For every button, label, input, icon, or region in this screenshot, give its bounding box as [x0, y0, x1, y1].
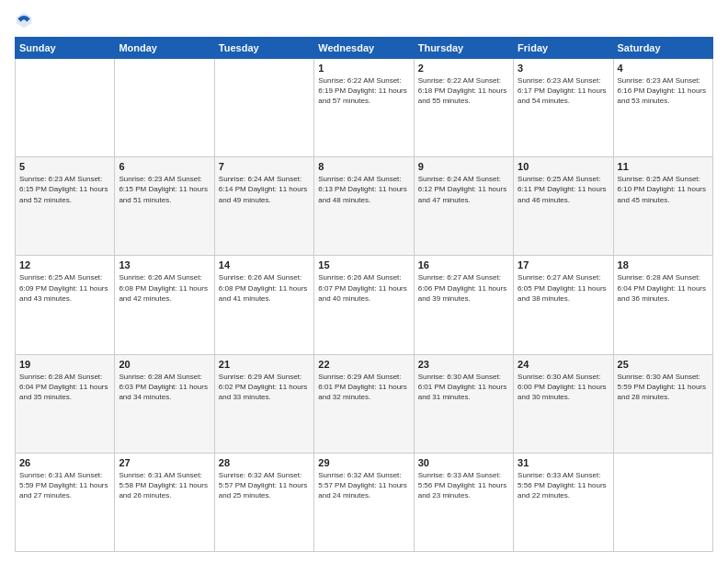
day-number: 23 [418, 359, 509, 370]
day-cell: 19Sunrise: 6:28 AM Sunset: 6:04 PM Dayli… [16, 354, 115, 453]
day-cell: 1Sunrise: 6:22 AM Sunset: 6:19 PM Daylig… [314, 59, 414, 157]
day-cell: 16Sunrise: 6:27 AM Sunset: 6:06 PM Dayli… [414, 256, 513, 354]
week-row-3: 19Sunrise: 6:28 AM Sunset: 6:04 PM Dayli… [16, 354, 713, 453]
week-row-0: 1Sunrise: 6:22 AM Sunset: 6:19 PM Daylig… [16, 59, 713, 157]
day-number: 18 [618, 259, 709, 270]
day-cell: 26Sunrise: 6:31 AM Sunset: 5:59 PM Dayli… [16, 453, 115, 551]
day-number: 19 [19, 359, 110, 370]
header-row: SundayMondayTuesdayWednesdayThursdayFrid… [16, 38, 713, 59]
day-info: Sunrise: 6:25 AM Sunset: 6:09 PM Dayligh… [19, 272, 110, 304]
day-info: Sunrise: 6:23 AM Sunset: 6:17 PM Dayligh… [518, 75, 609, 107]
header-day-sunday: Sunday [16, 38, 115, 59]
day-cell: 6Sunrise: 6:23 AM Sunset: 6:15 PM Daylig… [115, 157, 214, 256]
day-info: Sunrise: 6:25 AM Sunset: 6:10 PM Dayligh… [618, 174, 709, 205]
day-number: 31 [518, 457, 609, 468]
day-number: 25 [618, 359, 709, 370]
day-cell: 3Sunrise: 6:23 AM Sunset: 6:17 PM Daylig… [514, 59, 613, 157]
week-row-4: 26Sunrise: 6:31 AM Sunset: 5:59 PM Dayli… [16, 453, 713, 551]
day-number: 26 [19, 457, 110, 468]
day-info: Sunrise: 6:33 AM Sunset: 5:56 PM Dayligh… [518, 470, 609, 501]
day-number: 13 [119, 259, 210, 270]
day-number: 6 [119, 161, 210, 172]
header-day-wednesday: Wednesday [314, 38, 414, 59]
day-info: Sunrise: 6:24 AM Sunset: 6:13 PM Dayligh… [318, 174, 409, 205]
day-cell: 4Sunrise: 6:23 AM Sunset: 6:16 PM Daylig… [613, 59, 712, 157]
week-row-2: 12Sunrise: 6:25 AM Sunset: 6:09 PM Dayli… [16, 256, 713, 354]
logo [15, 11, 37, 29]
day-cell: 17Sunrise: 6:27 AM Sunset: 6:05 PM Dayli… [514, 256, 613, 354]
day-cell: 24Sunrise: 6:30 AM Sunset: 6:00 PM Dayli… [514, 354, 613, 453]
day-number: 24 [518, 359, 609, 370]
calendar-body: 1Sunrise: 6:22 AM Sunset: 6:19 PM Daylig… [16, 59, 713, 552]
day-cell: 9Sunrise: 6:24 AM Sunset: 6:12 PM Daylig… [414, 157, 513, 256]
day-number: 29 [318, 457, 409, 468]
calendar-header: SundayMondayTuesdayWednesdayThursdayFrid… [16, 38, 713, 59]
header-day-saturday: Saturday [613, 38, 712, 59]
day-info: Sunrise: 6:31 AM Sunset: 5:58 PM Dayligh… [119, 470, 210, 501]
day-number: 20 [119, 359, 210, 370]
day-number: 15 [318, 259, 409, 270]
day-info: Sunrise: 6:33 AM Sunset: 5:56 PM Dayligh… [418, 470, 509, 501]
day-number: 12 [19, 259, 110, 270]
day-info: Sunrise: 6:31 AM Sunset: 5:59 PM Dayligh… [19, 470, 110, 501]
day-info: Sunrise: 6:23 AM Sunset: 6:16 PM Dayligh… [618, 75, 709, 107]
day-cell: 18Sunrise: 6:28 AM Sunset: 6:04 PM Dayli… [613, 256, 712, 354]
day-number: 10 [518, 161, 609, 172]
day-cell: 10Sunrise: 6:25 AM Sunset: 6:11 PM Dayli… [514, 157, 613, 256]
day-cell: 27Sunrise: 6:31 AM Sunset: 5:58 PM Dayli… [115, 453, 214, 551]
day-cell [16, 59, 115, 157]
day-info: Sunrise: 6:27 AM Sunset: 6:05 PM Dayligh… [518, 272, 609, 304]
day-info: Sunrise: 6:24 AM Sunset: 6:14 PM Dayligh… [219, 174, 310, 205]
day-info: Sunrise: 6:27 AM Sunset: 6:06 PM Dayligh… [418, 272, 509, 304]
logo-icon [15, 11, 33, 29]
day-number: 14 [219, 259, 310, 270]
day-info: Sunrise: 6:30 AM Sunset: 6:01 PM Dayligh… [418, 372, 509, 403]
day-info: Sunrise: 6:28 AM Sunset: 6:03 PM Dayligh… [119, 372, 210, 403]
header [15, 11, 713, 29]
day-number: 27 [119, 457, 210, 468]
day-cell: 30Sunrise: 6:33 AM Sunset: 5:56 PM Dayli… [414, 453, 513, 551]
day-number: 17 [518, 259, 609, 270]
day-cell: 5Sunrise: 6:23 AM Sunset: 6:15 PM Daylig… [16, 157, 115, 256]
day-info: Sunrise: 6:26 AM Sunset: 6:07 PM Dayligh… [318, 272, 409, 304]
day-cell [214, 59, 313, 157]
day-cell: 31Sunrise: 6:33 AM Sunset: 5:56 PM Dayli… [514, 453, 613, 551]
day-info: Sunrise: 6:32 AM Sunset: 5:57 PM Dayligh… [219, 470, 310, 501]
day-number: 16 [418, 259, 509, 270]
day-info: Sunrise: 6:30 AM Sunset: 5:59 PM Dayligh… [618, 372, 709, 403]
day-info: Sunrise: 6:28 AM Sunset: 6:04 PM Dayligh… [19, 372, 110, 403]
day-info: Sunrise: 6:22 AM Sunset: 6:19 PM Dayligh… [318, 75, 409, 107]
day-number: 30 [418, 457, 509, 468]
header-day-thursday: Thursday [414, 38, 513, 59]
day-number: 8 [318, 161, 409, 172]
day-cell: 8Sunrise: 6:24 AM Sunset: 6:13 PM Daylig… [314, 157, 414, 256]
calendar-table: SundayMondayTuesdayWednesdayThursdayFrid… [15, 37, 713, 552]
day-info: Sunrise: 6:32 AM Sunset: 5:57 PM Dayligh… [318, 470, 409, 501]
day-cell: 15Sunrise: 6:26 AM Sunset: 6:07 PM Dayli… [314, 256, 414, 354]
day-cell: 21Sunrise: 6:29 AM Sunset: 6:02 PM Dayli… [214, 354, 313, 453]
svg-marker-0 [17, 13, 32, 29]
day-info: Sunrise: 6:28 AM Sunset: 6:04 PM Dayligh… [618, 272, 709, 304]
day-cell: 12Sunrise: 6:25 AM Sunset: 6:09 PM Dayli… [16, 256, 115, 354]
day-number: 7 [219, 161, 310, 172]
day-cell: 14Sunrise: 6:26 AM Sunset: 6:08 PM Dayli… [214, 256, 313, 354]
day-info: Sunrise: 6:30 AM Sunset: 6:00 PM Dayligh… [518, 372, 609, 403]
day-number: 9 [418, 161, 509, 172]
day-info: Sunrise: 6:23 AM Sunset: 6:15 PM Dayligh… [119, 174, 210, 205]
header-day-tuesday: Tuesday [214, 38, 313, 59]
day-cell: 20Sunrise: 6:28 AM Sunset: 6:03 PM Dayli… [115, 354, 214, 453]
day-cell [115, 59, 214, 157]
day-cell: 7Sunrise: 6:24 AM Sunset: 6:14 PM Daylig… [214, 157, 313, 256]
header-day-friday: Friday [514, 38, 613, 59]
day-cell: 13Sunrise: 6:26 AM Sunset: 6:08 PM Dayli… [115, 256, 214, 354]
day-number: 3 [518, 63, 609, 74]
day-number: 5 [19, 161, 110, 172]
day-cell: 22Sunrise: 6:29 AM Sunset: 6:01 PM Dayli… [314, 354, 414, 453]
day-cell [613, 453, 712, 551]
day-number: 2 [418, 63, 509, 74]
week-row-1: 5Sunrise: 6:23 AM Sunset: 6:15 PM Daylig… [16, 157, 713, 256]
header-day-monday: Monday [115, 38, 214, 59]
day-number: 28 [219, 457, 310, 468]
day-cell: 23Sunrise: 6:30 AM Sunset: 6:01 PM Dayli… [414, 354, 513, 453]
day-cell: 29Sunrise: 6:32 AM Sunset: 5:57 PM Dayli… [314, 453, 414, 551]
